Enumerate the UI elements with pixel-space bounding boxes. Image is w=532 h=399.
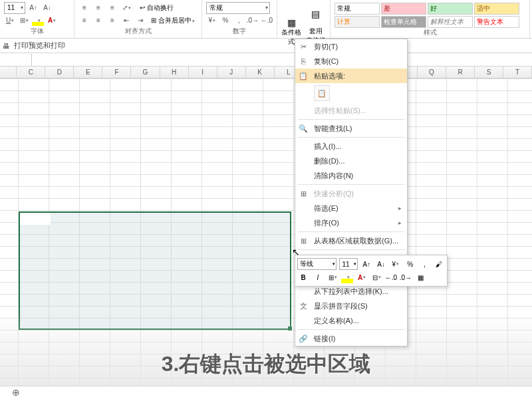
menu-clear[interactable]: 清除内容(N): [295, 168, 407, 183]
mini-percent-icon[interactable]: %: [404, 258, 416, 270]
mini-format-painter-icon[interactable]: 🖌: [433, 258, 445, 270]
style-normal[interactable]: 常规: [334, 3, 380, 15]
col-header[interactable]: G: [131, 66, 160, 78]
menu-insert[interactable]: 插入(I)...: [295, 139, 407, 154]
menu-from-table[interactable]: ⊞从表格/区域获取数据(G)...: [295, 233, 407, 248]
search-icon: 🔍: [298, 123, 309, 134]
menu-smart-lookup[interactable]: 🔍智能查找(L): [295, 121, 407, 136]
orientation-icon[interactable]: ⤢: [120, 3, 132, 13]
paste-option-default[interactable]: 📋: [314, 85, 330, 101]
mini-toolbar: 等线 11 A↑ A↓ ¥ % , 🖌 B I ⊞ A ⊟ ←.0 .0→ ▦: [295, 255, 448, 287]
mini-accounting-icon[interactable]: ¥: [390, 258, 402, 270]
style-group-label: 样式: [334, 28, 525, 38]
col-header[interactable]: J: [217, 66, 246, 78]
col-header[interactable]: T: [503, 66, 532, 78]
border-button[interactable]: ⊞: [18, 15, 30, 26]
paste-icon: 📋: [298, 70, 309, 81]
style-calc[interactable]: 计算: [334, 16, 380, 28]
style-neutral[interactable]: 适中: [474, 3, 519, 15]
col-header[interactable]: S: [475, 66, 503, 78]
new-sheet-button[interactable]: ⊕: [12, 387, 20, 398]
merge-center-button[interactable]: ⊞ 合并后居中: [151, 16, 195, 25]
indent-decrease-icon[interactable]: ⇤: [120, 15, 132, 26]
style-explain[interactable]: 解释性文本: [428, 16, 473, 28]
fill-handle[interactable]: [288, 327, 292, 331]
mini-font-color-icon[interactable]: A: [356, 271, 368, 283]
menu-cut[interactable]: ✂剪切(T): [295, 39, 407, 54]
mini-comma-icon[interactable]: ,: [419, 258, 431, 270]
col-header[interactable]: C: [17, 66, 45, 78]
mini-italic-icon[interactable]: I: [312, 271, 324, 283]
quick-access-bar: 🖶 打印预览和打印: [0, 39, 532, 53]
selection-rectangle: [19, 211, 291, 330]
col-header[interactable]: E: [74, 66, 102, 78]
font-color-button[interactable]: A: [46, 15, 58, 26]
align-bottom-icon[interactable]: ≡: [106, 3, 118, 13]
menu-delete[interactable]: 删除(D)...: [295, 154, 407, 168]
mini-size-combo[interactable]: 11: [339, 258, 358, 270]
spreadsheet-grid[interactable]: C D E F G H I J K L M N O P Q R S T: [0, 66, 532, 386]
menu-define-name[interactable]: 定义名称(A)...: [295, 313, 407, 328]
col-header[interactable]: K: [246, 66, 275, 78]
menu-filter[interactable]: 筛选(E): [295, 201, 407, 215]
alignment-group: ≡ ≡ ≡ ⤢ ↩ 自动换行 ≡ ≡ ≡ ⇤ ⇥ ⊞ 合并后居中 对齐方式: [74, 0, 202, 38]
name-box[interactable]: [0, 54, 32, 66]
style-check[interactable]: 检查单元格: [381, 16, 426, 28]
mini-increase-decimal-icon[interactable]: .0→: [400, 271, 412, 283]
align-center-icon[interactable]: ≡: [92, 15, 104, 26]
increase-decimal-icon[interactable]: .0→: [247, 15, 259, 26]
mini-conditional-format-icon[interactable]: ▦: [414, 271, 426, 283]
wrap-text-button[interactable]: ↩ 自动换行: [140, 3, 174, 13]
col-header[interactable]: D: [45, 66, 74, 78]
menu-paste-options[interactable]: 📋粘贴选项:: [295, 68, 407, 83]
col-header[interactable]: Q: [418, 66, 446, 78]
align-middle-icon[interactable]: ≡: [92, 3, 104, 13]
comma-button[interactable]: ,: [233, 15, 245, 26]
table-icon: ⊞: [298, 235, 309, 246]
mini-increase-font-icon[interactable]: A↑: [360, 258, 372, 270]
menu-show-pinyin[interactable]: 文显示拼音字段(S): [295, 299, 407, 313]
column-headers: C D E F G H I J K L M N O P Q R S T: [0, 66, 532, 78]
col-header[interactable]: R: [446, 66, 475, 78]
context-menu: ✂剪切(T) ⎘复制(C) 📋粘贴选项: 📋 选择性粘贴(S)... 🔍智能查找…: [295, 39, 408, 346]
decrease-decimal-icon[interactable]: ←.0: [261, 15, 273, 26]
mini-decrease-decimal-icon[interactable]: ←.0: [385, 271, 397, 283]
underline-button[interactable]: U: [4, 15, 16, 26]
print-preview-icon[interactable]: 🖶: [3, 42, 10, 50]
cell-styles-group: 常规 差 好 适中 计算 检查单元格 解释性文本 警告文本 样式: [331, 0, 530, 38]
cut-icon: ✂: [298, 41, 309, 52]
font-size-combo[interactable]: 11: [4, 2, 25, 14]
print-preview-label[interactable]: 打印预览和打印: [14, 41, 65, 51]
number-group: 常规 ¥ % , .0→ ←.0 数字: [202, 0, 277, 38]
number-format-combo[interactable]: 常规: [206, 2, 270, 14]
increase-font-icon[interactable]: A↑: [27, 3, 39, 13]
align-left-icon[interactable]: ≡: [78, 15, 90, 26]
accounting-format-button[interactable]: ¥: [206, 15, 217, 26]
pinyin-icon: 文: [298, 301, 309, 311]
percent-button[interactable]: %: [219, 15, 231, 26]
decrease-font-icon[interactable]: A↓: [41, 3, 53, 13]
style-good[interactable]: 好: [428, 3, 473, 15]
mini-decrease-font-icon[interactable]: A↓: [375, 258, 387, 270]
menu-copy[interactable]: ⎘复制(C): [295, 54, 407, 68]
select-all-corner[interactable]: [0, 66, 17, 78]
mini-border-icon[interactable]: ⊞: [327, 271, 338, 283]
mini-bold-icon[interactable]: B: [297, 271, 309, 283]
style-bad[interactable]: 差: [381, 3, 426, 15]
mini-fill-icon[interactable]: [341, 271, 353, 283]
formatting-group: ▦ 条件格式 ▤ 套用 表格格式: [277, 0, 331, 38]
menu-link[interactable]: 🔗链接(I): [295, 331, 407, 346]
fill-color-button[interactable]: [32, 15, 44, 26]
align-right-icon[interactable]: ≡: [106, 15, 118, 26]
style-warn[interactable]: 警告文本: [474, 16, 519, 28]
mini-merge-icon[interactable]: ⊟: [370, 271, 382, 283]
indent-increase-icon[interactable]: ⇥: [134, 15, 146, 26]
paste-options-row: 📋: [295, 83, 407, 103]
active-cell: [20, 213, 51, 225]
mini-font-combo[interactable]: 等线: [297, 258, 336, 270]
col-header[interactable]: I: [189, 66, 217, 78]
col-header[interactable]: H: [160, 66, 189, 78]
col-header[interactable]: F: [102, 66, 131, 78]
align-top-icon[interactable]: ≡: [78, 3, 90, 13]
menu-sort[interactable]: 排序(O): [295, 215, 407, 230]
